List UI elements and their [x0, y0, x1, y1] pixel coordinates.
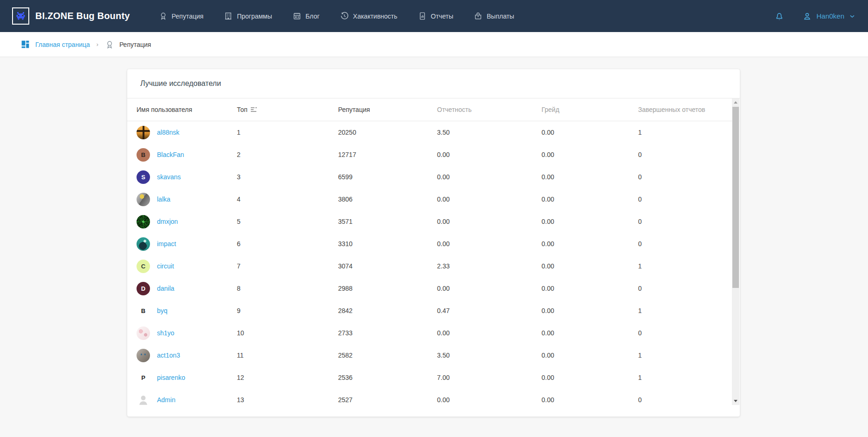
user-menu[interactable]: Han0ken: [802, 11, 856, 21]
notifications-bell-icon[interactable]: [774, 11, 784, 21]
cell-reputation: 3310: [338, 240, 437, 248]
nav-item-blog[interactable]: Блог: [293, 12, 320, 20]
column-header-reputation: Репутация: [338, 106, 437, 113]
avatar: [137, 215, 150, 228]
avatar: C: [137, 260, 150, 273]
avatar: [137, 193, 150, 206]
scrollbar-down-arrow[interactable]: [732, 397, 739, 405]
breadcrumb: Главная страница › Репутация: [0, 32, 868, 57]
username-link[interactable]: lalka: [157, 196, 170, 203]
username-link[interactable]: BlackFan: [157, 151, 184, 158]
cell-reporting: 0.00: [437, 173, 542, 181]
nav-item-payments[interactable]: Выплаты: [474, 12, 514, 20]
cell-top: 12: [237, 374, 338, 381]
avatar: [137, 349, 150, 362]
table-row: al88nsk 1 20250 3.50 0.00 1: [127, 121, 740, 143]
user-icon: [802, 11, 812, 21]
cell-username: P pisarenko: [137, 371, 237, 385]
cell-reputation: 2842: [338, 307, 437, 314]
scrollbar-thumb[interactable]: [732, 107, 739, 288]
chevron-down-icon: [848, 13, 856, 20]
dashboard-grid-icon: [20, 39, 30, 49]
username-link[interactable]: act1on3: [157, 352, 180, 359]
cell-username: al88nsk: [137, 126, 237, 139]
table-row: C circuit 7 3074 2.33 0.00 1: [127, 255, 740, 277]
cell-reporting: 3.50: [437, 352, 542, 359]
cell-reporting: 0.00: [437, 329, 542, 337]
cell-reputation: 3074: [338, 262, 437, 270]
username-link[interactable]: al88nsk: [157, 129, 179, 136]
avatar-letter: B: [141, 308, 145, 314]
cell-completed: 1: [638, 129, 718, 136]
cell-completed: 0: [638, 396, 718, 404]
breadcrumb-current-label: Репутация: [119, 41, 151, 48]
cell-top: 4: [237, 196, 338, 203]
breadcrumb-home-link[interactable]: Главная страница: [35, 41, 90, 48]
username-link[interactable]: impact: [157, 240, 176, 248]
cell-grade: 0.00: [542, 218, 638, 225]
cell-grade: 0.00: [542, 262, 638, 270]
table-row: sh1yo 10 2733 0.00 0.00 0: [127, 322, 740, 344]
cell-username: S skavans: [137, 170, 237, 184]
top-researchers-card: Лучшие исследователи Имя пользователя То…: [127, 69, 740, 417]
cell-reputation: 2536: [338, 374, 437, 381]
username-link[interactable]: Admin: [157, 396, 176, 404]
cell-username: D danila: [137, 282, 237, 295]
username-link[interactable]: sh1yo: [157, 329, 174, 337]
report-document-icon: [418, 12, 427, 20]
cell-top: 6: [237, 240, 338, 248]
cell-grade: 0.00: [542, 307, 638, 314]
username-link[interactable]: skavans: [157, 173, 181, 181]
column-header-username: Имя пользователя: [137, 106, 237, 113]
cell-username: lalka: [137, 193, 237, 206]
table-row: impact 6 3310 0.00 0.00 0: [127, 233, 740, 255]
table-row: P pisarenko 12 2536 7.00 0.00 1: [127, 366, 740, 389]
column-header-grade: Грейд: [542, 106, 638, 113]
cell-completed: 0: [638, 173, 718, 181]
cell-grade: 0.00: [542, 329, 638, 337]
nav-item-hackactivity[interactable]: Хакактивность: [340, 12, 398, 20]
bizone-logo[interactable]: BI.ZONE Bug Bounty: [12, 7, 130, 25]
cell-completed: 0: [638, 285, 718, 292]
wallet-icon: [474, 12, 483, 20]
username-link[interactable]: danila: [157, 285, 174, 292]
medal-icon: [105, 40, 114, 49]
cell-username: act1on3: [137, 349, 237, 362]
cell-reporting: 2.33: [437, 262, 542, 270]
username-link[interactable]: dmxjon: [157, 218, 178, 225]
cell-grade: 0.00: [542, 374, 638, 381]
cell-top: 2: [237, 151, 338, 158]
sort-icon[interactable]: [251, 107, 258, 112]
nav-item-reports[interactable]: Отчеты: [418, 12, 453, 20]
username-link[interactable]: circuit: [157, 262, 174, 270]
avatar: [137, 393, 150, 407]
cell-grade: 0.00: [542, 151, 638, 158]
table-row: B byq 9 2842 0.47 0.00 1: [127, 300, 740, 322]
column-header-top[interactable]: Топ: [237, 106, 338, 113]
username-link[interactable]: byq: [157, 307, 168, 314]
cell-username: Admin: [137, 393, 237, 407]
cell-username: impact: [137, 237, 237, 251]
nav-item-programs[interactable]: Программы: [224, 12, 272, 20]
avatar: B: [137, 304, 150, 318]
username-link[interactable]: pisarenko: [157, 374, 185, 381]
cell-reputation: 2733: [338, 329, 437, 337]
cell-top: 8: [237, 285, 338, 292]
cell-top: 3: [237, 173, 338, 181]
cell-grade: 0.00: [542, 352, 638, 359]
nav-item-reputation[interactable]: Репутация: [159, 12, 204, 20]
nav-label: Отчеты: [431, 13, 453, 20]
logo-text: BI.ZONE Bug Bounty: [35, 11, 130, 21]
table-header-row: Имя пользователя Топ Репутация Отчетност…: [127, 98, 740, 121]
cell-completed: 1: [638, 307, 718, 314]
scrollbar-up-arrow[interactable]: [732, 98, 739, 106]
breadcrumb-home[interactable]: Главная страница: [20, 39, 90, 49]
cell-reputation: 2988: [338, 285, 437, 292]
avatar: [137, 237, 150, 251]
cell-top: 1: [237, 129, 338, 136]
table-scrollbar[interactable]: [732, 98, 739, 405]
cell-top: 11: [237, 352, 338, 359]
cell-completed: 0: [638, 218, 718, 225]
avatar: P: [137, 371, 150, 385]
cell-reporting: 0.00: [437, 218, 542, 225]
